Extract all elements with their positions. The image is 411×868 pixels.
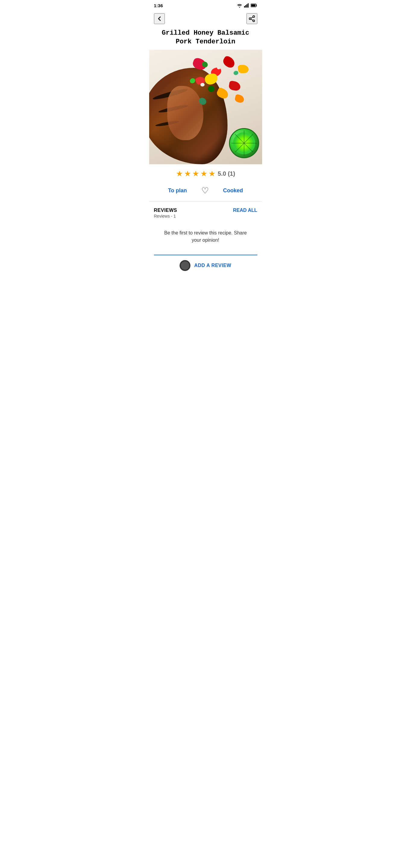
svg-point-6	[253, 16, 255, 18]
lime-visual	[229, 128, 259, 158]
svg-rect-2	[247, 4, 247, 7]
star-1: ★	[176, 169, 183, 179]
reviews-section: REVIEWS Reviews - 1 READ ALL Be the firs…	[149, 202, 262, 281]
signal-icon	[244, 3, 249, 7]
cooked-button[interactable]: Cooked	[221, 186, 245, 195]
share-button[interactable]	[247, 13, 257, 24]
rating-section: ★ ★ ★ ★ ★ 5.0 (1)	[149, 164, 262, 181]
recipe-image-container	[149, 50, 262, 164]
battery-icon	[251, 4, 257, 7]
favorite-button[interactable]: ♡	[199, 184, 211, 196]
star-5: ★	[209, 169, 216, 179]
review-placeholder-text: Be the first to review this recipe. Shar…	[154, 223, 257, 250]
svg-point-8	[253, 20, 255, 22]
star-4: ★	[200, 169, 207, 179]
svg-rect-1	[245, 5, 246, 7]
to-plan-button[interactable]: To plan	[166, 186, 190, 195]
add-review-button[interactable]: ADD A REVIEW	[194, 263, 231, 268]
status-time: 1:36	[154, 3, 163, 8]
rating-value: 5.0 (1)	[218, 170, 235, 177]
add-review-section: ADD A REVIEW	[154, 255, 257, 276]
svg-rect-0	[244, 6, 245, 7]
star-2: ★	[184, 169, 191, 179]
nav-bar	[149, 11, 262, 27]
status-bar: 1:36	[149, 0, 262, 11]
reviews-count: Reviews - 1	[154, 214, 177, 218]
read-all-button[interactable]: READ ALL	[233, 208, 257, 213]
svg-point-7	[249, 18, 251, 20]
salsa-visual	[187, 56, 262, 122]
action-row: To plan ♡ Cooked	[149, 181, 262, 202]
svg-rect-3	[248, 3, 249, 7]
status-icons	[237, 3, 257, 7]
recipe-title: Grilled Honey Balsamic Pork Tenderloin	[149, 27, 262, 50]
svg-line-10	[251, 17, 253, 19]
back-arrow-icon	[156, 15, 163, 22]
share-icon	[248, 15, 255, 22]
back-button[interactable]	[154, 13, 165, 24]
svg-rect-5	[251, 4, 255, 7]
reviews-title-block: REVIEWS Reviews - 1	[154, 208, 177, 218]
reviews-header: REVIEWS Reviews - 1 READ ALL	[154, 208, 257, 218]
star-3: ★	[192, 169, 199, 179]
reviews-title: REVIEWS	[154, 208, 177, 213]
wifi-icon	[237, 3, 242, 7]
food-image	[149, 50, 262, 164]
svg-line-9	[251, 19, 253, 21]
reviewer-avatar	[180, 260, 190, 271]
heart-icon: ♡	[201, 186, 209, 195]
